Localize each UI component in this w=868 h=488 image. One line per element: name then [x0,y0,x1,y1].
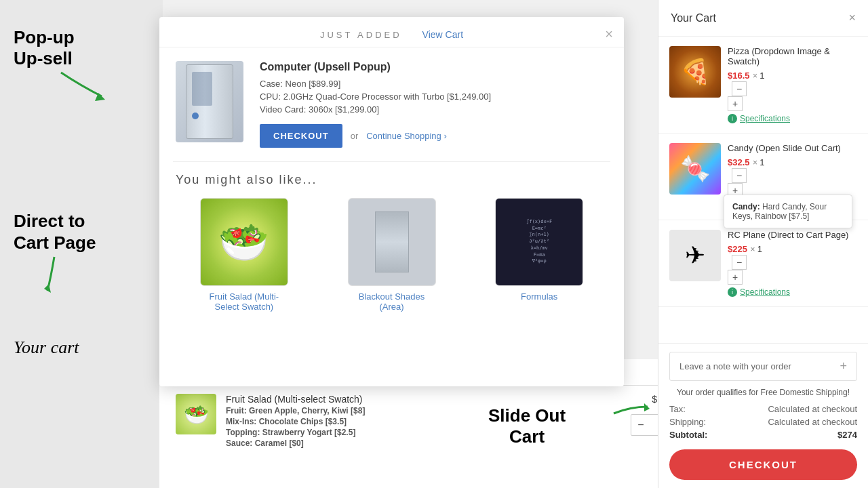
shipping-row: Shipping: Calculated at checkout [669,417,857,427]
subtotal-row: Subtotal: $274 [669,430,857,440]
cart-panel-title: Your Cart [671,12,716,24]
plane-item-info: RC Plane (Direct to Cart Page) $225 × 1 … [728,230,857,297]
pc-tower-icon [186,64,233,139]
formulas-label: Formulas [521,291,557,302]
pizza-qty-increase[interactable]: + [728,96,743,111]
plane-spec-icon: i [728,287,737,297]
pizza-thumb-image: 🍕 [669,46,721,98]
cart-item-image: 🥗 [176,394,216,434]
pizza-spec-icon: i [728,114,737,123]
plane-thumb-image: ✈ [669,230,721,281]
product-detail-case: Case: Neon [$89.99] [260,79,608,89]
plane-item-price: $225 [728,244,747,254]
candy-qty: 1 [760,157,764,167]
upsell-popup: JUST ADDED View Cart × Computer (Upsell … [159,17,624,386]
blackout-shades-bg [349,199,435,285]
cart-totals: Tax: Calculated at checkout Shipping: Ca… [669,404,857,440]
fruit-salad-image [200,198,288,286]
blackout-shades-image [348,198,436,286]
continue-shopping-link[interactable]: Continue Shopping › [366,131,447,141]
fruit-label: Fruit: [226,406,247,415]
cart-panel-header: Your Cart × [658,0,868,37]
plane-thumbnail: ✈ [669,230,721,281]
shipping-value: Calculated at checkout [768,417,857,427]
cart-items-list: 🍕 Pizza (Dropdown Image & Swatch) $16.5 … [658,37,868,343]
candy-tooltip-bold: Candy: [732,202,760,211]
pizza-spec-text[interactable]: Specifications [740,114,790,123]
formulas-bg: ∫f(x)dx=FE=mc²∑n(n+1)∂²u/∂t²λ=h/mvF=ma∇²… [496,199,583,285]
candy-x-label: × [753,158,760,167]
popup-header: JUST ADDED View Cart × [159,17,624,47]
just-added-label: JUST ADDED [320,30,402,40]
leave-note-button[interactable]: Leave a note with your order + [669,352,857,381]
svg-marker-1 [44,284,51,293]
pizza-thumbnail: 🍕 [669,46,721,98]
sauce-value: Caramel [$0] [255,439,304,448]
topping-value: Strawberry Yogart [$2.5] [262,428,356,437]
mixins-label: Mix-Ins: [226,417,256,426]
popup-close-button[interactable]: × [605,26,613,42]
yourcart-annotation-label: Your cart [14,338,79,358]
plane-item-title: RC Plane (Direct to Cart Page) [728,230,857,240]
popup-checkout-button[interactable]: CHECKOUT [260,124,342,148]
candy-thumbnail: 🍬 [669,143,721,195]
cart-checkout-button[interactable]: CHECKOUT [669,449,857,480]
cart-footer: Leave a note with your order + Your orde… [658,343,868,488]
cart-item-candy: 🍬 Candy (Open Slide Out Cart) $32.5 × 1 … [658,134,868,220]
suggestion-formulas[interactable]: ∫f(x)dx=FE=mc²∑n(n+1)∂²u/∂t²λ=h/mvF=ma∇²… [471,198,608,312]
fruit-salad-label: Fruit Salad (Multi-Select Swatch) [210,291,279,312]
pizza-qty-decrease[interactable]: − [732,81,747,96]
shipping-label: Shipping: [669,417,706,427]
tax-row: Tax: Calculated at checkout [669,404,857,414]
popup-product-section: Computer (Upsell Popup) Case: Neon [$89.… [159,47,624,161]
left-annotation-area: Pop-upUp-sell Direct toCart Page Your ca… [0,0,163,488]
product-image [176,61,243,142]
plane-spec-text[interactable]: Specifications [740,287,790,297]
plane-x-label: × [750,245,757,254]
free-shipping-label: Your order qualifies for Free Domestic S… [669,388,857,397]
product-info: Computer (Upsell Popup) Case: Neon [$89.… [260,61,608,148]
slideout-annotation-label: Slide OutCart [488,405,566,447]
shade-rect-icon [375,211,409,272]
candy-qty-decrease[interactable]: − [732,168,747,183]
blackout-shades-label: Blackout Shades(Area) [359,291,425,312]
topping-label: Topping: [226,428,260,437]
cart-item-rcplane: ✈ RC Plane (Direct to Cart Page) $225 × … [658,220,868,307]
product-suggestions: Fruit Salad (Multi-Select Swatch) Blacko… [159,187,624,323]
suggestion-fruit-salad[interactable]: Fruit Salad (Multi-Select Swatch) [176,198,313,312]
product-name: Computer (Upsell Popup) [260,61,608,73]
mixins-value: Chocolate Chips [$3.5] [259,417,347,426]
or-label: or [351,131,359,141]
svg-marker-2 [644,403,650,411]
plane-qty-decrease[interactable]: − [732,255,747,270]
fruit-salad-bg [201,199,288,285]
direct-annotation-label: Direct toCart Page [14,211,96,253]
slideout-arrow-icon [610,396,651,430]
formulas-image: ∫f(x)dx=FE=mc²∑n(n+1)∂²u/∂t²λ=h/mvF=ma∇²… [495,198,583,286]
product-detail-video: Video Card: 3060x [$1,299.00] [260,104,608,115]
fruit-value: Green Apple, Cherry, Kiwi [$8] [249,406,365,415]
slide-out-cart: Your Cart × 🍕 Pizza (Dropdown Image & Sw… [658,0,868,488]
plane-qty-increase[interactable]: + [728,270,743,285]
pizza-item-price: $16.5 [728,70,750,81]
view-cart-link[interactable]: View Cart [422,29,463,40]
candy-thumb-image: 🍬 [669,143,721,195]
pizza-qty: 1 [760,70,764,81]
popup-actions: CHECKOUT or Continue Shopping › [260,124,608,148]
popup-annotation-label: Pop-upUp-sell [14,27,108,69]
pizza-item-info: Pizza (Dropdown Image & Swatch) $16.5 × … [728,46,857,123]
pizza-item-title: Pizza (Dropdown Image & Swatch) [728,46,857,66]
plane-spec-link[interactable]: i Specifications [728,287,857,297]
pizza-spec-link[interactable]: i Specifications [728,114,857,123]
sauce-label: Sauce: [226,439,252,448]
cart-item-name: Fruit Salad (Multi-select Swatch) [226,394,621,405]
suggestion-blackout-shades[interactable]: Blackout Shades(Area) [323,198,460,312]
tax-label: Tax: [669,404,686,414]
plane-qty: 1 [757,244,762,254]
candy-tooltip: Candy: Hard Candy, Sour Keys, Rainbow [$… [724,195,852,228]
pizza-x-label: × [753,71,760,81]
cart-panel-close-button[interactable]: × [848,11,856,25]
formulas-text-icon: ∫f(x)dx=FE=mc²∑n(n+1)∂²u/∂t²λ=h/mvF=ma∇²… [524,216,555,268]
leave-note-plus-icon: + [840,359,847,373]
cart-item-pizza: 🍕 Pizza (Dropdown Image & Swatch) $16.5 … [658,37,868,134]
